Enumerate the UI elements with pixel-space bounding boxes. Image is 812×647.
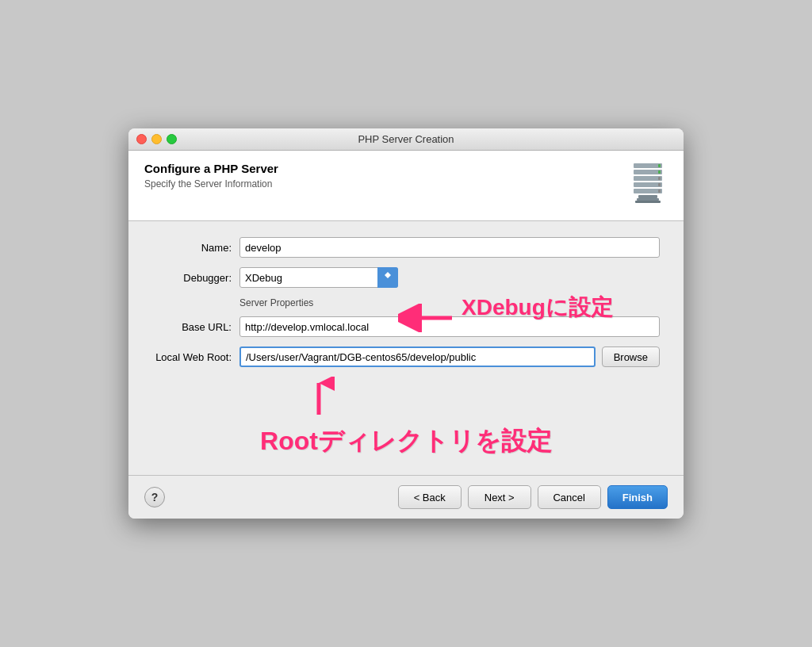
svg-rect-5 <box>658 164 661 167</box>
local-web-root-label: Local Web Root: <box>152 351 239 363</box>
svg-rect-4 <box>634 189 662 193</box>
root-annotation: Rootディレクトリを設定 <box>152 424 660 459</box>
window-title: PHP Server Creation <box>358 133 454 145</box>
svg-rect-12 <box>635 201 661 203</box>
title-bar: PHP Server Creation <box>128 128 684 151</box>
root-arrow-icon <box>303 377 335 416</box>
svg-rect-3 <box>634 182 662 187</box>
page-subheading: Specify the Server Information <box>144 178 278 190</box>
back-button[interactable]: < Back <box>398 485 462 509</box>
svg-rect-11 <box>637 198 659 201</box>
xdebug-arrow-icon <box>398 304 454 332</box>
debugger-label: Debugger: <box>152 272 239 284</box>
base-url-label: Base URL: <box>152 321 239 333</box>
debugger-row: Debugger: XDebug Zend Debugger None XDeb <box>152 267 660 288</box>
main-window: PHP Server Creation Configure a PHP Serv… <box>128 128 684 519</box>
root-annotation-group: Rootディレクトリを設定 <box>152 377 660 459</box>
traffic-lights <box>136 134 177 144</box>
close-button[interactable] <box>136 134 147 144</box>
svg-rect-9 <box>658 190 661 193</box>
next-button[interactable]: Next > <box>468 485 531 509</box>
page-heading: Configure a PHP Server <box>144 162 278 175</box>
debugger-select-wrap: XDebug Zend Debugger None <box>239 267 398 288</box>
footer-right: < Back Next > Cancel Finish <box>398 485 668 509</box>
svg-rect-2 <box>634 176 662 181</box>
footer: ? < Back Next > Cancel Finish <box>128 475 684 519</box>
finish-button[interactable]: Finish <box>607 485 668 509</box>
svg-rect-6 <box>658 170 661 174</box>
footer-left: ? <box>144 487 165 507</box>
minimize-button[interactable] <box>151 134 162 144</box>
maximize-button[interactable] <box>167 134 177 144</box>
header-text: Configure a PHP Server Specify the Serve… <box>144 162 278 190</box>
svg-rect-0 <box>634 163 662 168</box>
server-icon <box>628 162 668 209</box>
name-row: Name: <box>152 237 660 258</box>
browse-button[interactable]: Browse <box>602 346 660 367</box>
debugger-select[interactable]: XDebug Zend Debugger None <box>239 267 398 288</box>
svg-rect-10 <box>638 195 657 198</box>
svg-rect-1 <box>634 170 662 174</box>
local-web-root-row: Local Web Root: Browse <box>152 346 660 367</box>
local-web-root-input[interactable] <box>239 346 596 367</box>
body-section: Name: Debugger: XDebug Zend Debugger Non… <box>128 221 684 475</box>
header-section: Configure a PHP Server Specify the Serve… <box>128 151 684 221</box>
help-button[interactable]: ? <box>144 487 165 507</box>
name-label: Name: <box>152 242 239 254</box>
svg-rect-7 <box>658 177 661 180</box>
svg-rect-8 <box>658 183 661 186</box>
name-input[interactable] <box>239 237 660 258</box>
xdebug-annotation: XDebugに設定 <box>462 293 613 323</box>
cancel-button[interactable]: Cancel <box>538 485 601 509</box>
server-illustration <box>630 163 665 209</box>
